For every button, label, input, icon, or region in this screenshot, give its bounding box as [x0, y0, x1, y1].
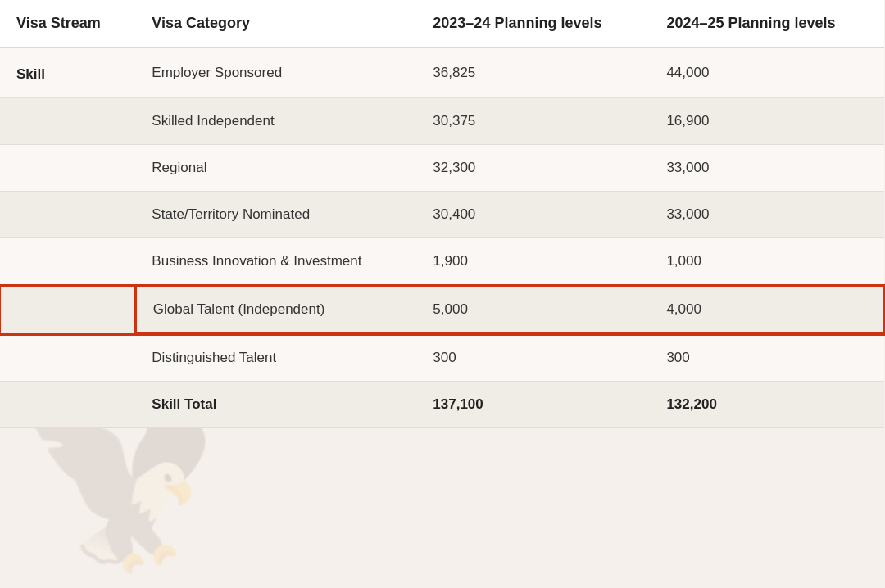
table-row: State/Territory Nominated30,40033,000	[0, 192, 884, 238]
planning-2425-cell: 4,000	[650, 286, 883, 334]
planning-2425-cell: 300	[650, 334, 883, 382]
visa-stream-cell	[0, 145, 135, 192]
planning-2324-cell: 1,900	[416, 238, 650, 286]
planning-2324-cell: 32,300	[416, 145, 650, 192]
planning-2425-cell: 1,000	[650, 238, 883, 286]
visa-stream-cell	[0, 238, 135, 286]
table-row: Regional32,30033,000	[0, 145, 884, 192]
visa-category-cell: Distinguished Talent	[135, 334, 416, 382]
table-row: Global Talent (Independent)5,0004,000	[0, 286, 884, 334]
planning-2324-cell: 30,375	[416, 98, 650, 145]
visa-stream-cell	[0, 334, 135, 382]
visa-category-cell: Skill Total	[135, 382, 416, 428]
planning-2425-cell: 16,900	[650, 98, 883, 145]
visa-category-cell: Global Talent (Independent)	[135, 286, 416, 334]
planning-2425-cell: 33,000	[650, 145, 883, 192]
col-header-2324: 2023–24 Planning levels	[416, 0, 650, 47]
col-header-visa-category: Visa Category	[135, 0, 416, 47]
col-header-2425: 2024–25 Planning levels	[650, 0, 883, 47]
planning-2425-cell: 132,200	[650, 382, 883, 428]
visa-stream-cell	[0, 98, 135, 145]
col-header-visa-stream: Visa Stream	[0, 0, 135, 47]
table-header-row: Visa Stream Visa Category 2023–24 Planni…	[0, 0, 884, 47]
planning-2324-cell: 30,400	[416, 192, 650, 238]
visa-stream-cell: Skill	[0, 47, 135, 98]
table-row: Skilled Independent30,37516,900	[0, 98, 884, 145]
visa-category-cell: Employer Sponsored	[135, 47, 416, 98]
visa-category-cell: Skilled Independent	[135, 98, 416, 145]
planning-2324-cell: 5,000	[416, 286, 650, 334]
planning-2425-cell: 33,000	[650, 192, 883, 238]
visa-category-cell: Regional	[135, 145, 416, 192]
visa-stream-cell	[0, 192, 135, 238]
visa-stream-cell	[0, 382, 135, 428]
planning-levels-table: Visa Stream Visa Category 2023–24 Planni…	[0, 0, 885, 428]
planning-2324-cell: 300	[416, 334, 650, 382]
planning-2324-cell: 137,100	[416, 382, 650, 428]
visa-category-cell: Business Innovation & Investment	[135, 238, 416, 286]
table-row: SkillEmployer Sponsored36,82544,000	[0, 47, 884, 98]
visa-category-cell: State/Territory Nominated	[135, 192, 416, 238]
table-row: Business Innovation & Investment1,9001,0…	[0, 238, 884, 286]
visa-stream-cell	[0, 286, 135, 334]
planning-2425-cell: 44,000	[650, 47, 883, 98]
table-row: Distinguished Talent300300	[0, 334, 884, 382]
planning-2324-cell: 36,825	[416, 47, 650, 98]
table-row: Skill Total137,100132,200	[0, 382, 884, 428]
